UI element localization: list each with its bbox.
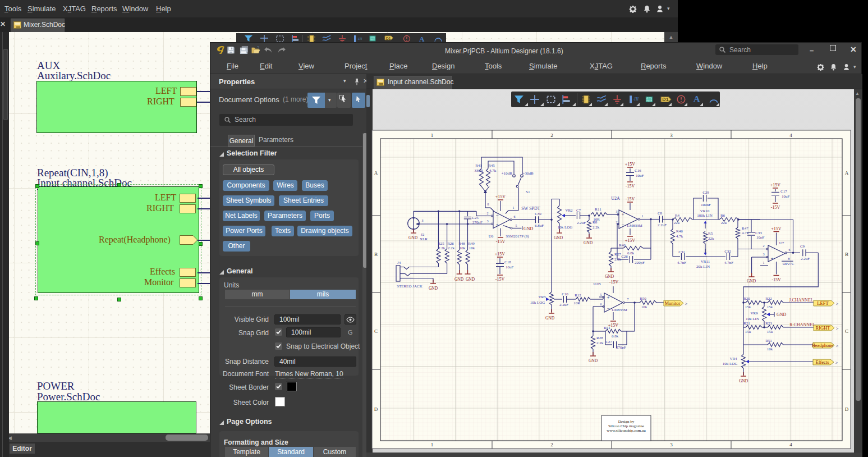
svg-text:100k LIN: 100k LIN (697, 213, 712, 218)
svg-text:-15V: -15V (496, 239, 506, 244)
svg-text:A: A (845, 170, 849, 176)
svg-text:1: 1 (513, 206, 515, 209)
svg-text:−: − (607, 305, 609, 311)
svg-text:-15V: -15V (495, 277, 505, 282)
svg-text:7: 7 (627, 298, 629, 301)
svg-text:C7: C7 (576, 208, 581, 213)
svg-text:U7: U7 (779, 241, 784, 245)
svg-text:SSM2017P (8): SSM2017P (8) (506, 234, 529, 239)
svg-text:+: + (621, 211, 624, 217)
svg-text:C25: C25 (472, 216, 479, 220)
svg-text:VR2: VR2 (565, 208, 573, 213)
svg-text:C10: C10 (562, 292, 568, 296)
svg-text:R22: R22 (765, 296, 772, 301)
svg-text:GND: GND (777, 312, 787, 317)
svg-text:+15V: +15V (495, 194, 506, 199)
svg-text:2: 2 (550, 132, 553, 138)
svg-text:R28: R28 (596, 336, 603, 340)
svg-text:R23: R23 (765, 321, 772, 326)
svg-text:4.7k: 4.7k (489, 168, 497, 173)
svg-text:10k: 10k (767, 347, 773, 351)
svg-text:>: > (685, 301, 687, 307)
svg-text:10R: 10R (593, 217, 600, 222)
svg-text:>: > (835, 360, 838, 365)
svg-text:3: 3 (763, 253, 765, 256)
svg-text:GND: GND (554, 235, 563, 240)
svg-text:B: B (374, 252, 378, 257)
svg-text:4: 4 (789, 132, 792, 138)
svg-text:3: 3 (422, 219, 424, 222)
svg-text:R27: R27 (614, 252, 621, 257)
svg-text:C32: C32 (724, 249, 731, 254)
svg-text:3: 3 (670, 442, 673, 447)
svg-text:+15V: +15V (771, 226, 782, 231)
svg-text:R47: R47 (742, 226, 748, 231)
svg-text:R25: R25 (438, 241, 444, 246)
svg-text:OP27C: OP27C (783, 262, 794, 266)
svg-text:S1: S1 (526, 190, 530, 194)
svg-text:4: 4 (789, 442, 792, 447)
svg-text:15k: 15k (745, 330, 751, 334)
svg-text:C8: C8 (658, 211, 663, 216)
svg-text:GND: GND (523, 226, 534, 231)
svg-text:C33: C33 (755, 231, 762, 235)
svg-text:10k: 10k (469, 246, 475, 250)
svg-text:+: + (770, 255, 773, 261)
svg-text:R6: R6 (720, 213, 725, 218)
svg-text:6.8uF: 6.8uF (535, 223, 544, 228)
svg-text:J4: J4 (397, 261, 401, 265)
svg-text:VR4: VR4 (729, 357, 737, 361)
svg-text:www.siliconchip.com.au: www.siliconchip.com.au (607, 428, 646, 433)
svg-text:C18: C18 (504, 260, 511, 264)
svg-text:C27: C27 (605, 340, 612, 344)
svg-text:>: > (835, 301, 838, 307)
svg-text:GND: GND (605, 274, 614, 279)
svg-text:22k: 22k (708, 236, 714, 241)
svg-text:2: 2 (616, 221, 618, 224)
svg-text:1: 1 (763, 261, 765, 264)
svg-text:-15V: -15V (626, 184, 635, 189)
svg-text:A: A (419, 35, 425, 43)
svg-text:10k LIN: 10k LIN (746, 317, 759, 321)
svg-text:−: − (621, 222, 624, 227)
svg-text:U2A: U2A (611, 196, 620, 201)
svg-text:270pF: 270pF (472, 220, 483, 225)
svg-text:10k LOG: 10k LOG (723, 362, 738, 366)
svg-text:2.2k: 2.2k (593, 225, 600, 230)
svg-text:GND: GND (584, 240, 593, 245)
svg-text:+10dB: +10dB (501, 171, 512, 176)
svg-text:R50: R50 (640, 296, 646, 301)
svg-text:A: A (374, 170, 378, 176)
svg-text:3: 3 (670, 132, 673, 138)
svg-text:15k: 15k (767, 330, 773, 334)
svg-text:C26: C26 (621, 254, 628, 259)
svg-text:GND: GND (429, 286, 438, 291)
svg-text:220pF: 220pF (635, 261, 645, 265)
svg-text:D1: D1 (662, 97, 668, 102)
svg-text:XLR: XLR (420, 237, 428, 241)
svg-text:330R: 330R (474, 168, 483, 173)
svg-text:R45: R45 (488, 163, 495, 168)
svg-text:6.8k: 6.8k (627, 251, 635, 255)
svg-text:D: D (845, 406, 849, 412)
svg-text:>: > (835, 343, 838, 349)
svg-text:8: 8 (488, 203, 489, 206)
svg-text:15k: 15k (767, 305, 773, 309)
svg-text:GND: GND (739, 378, 748, 383)
svg-text:GND: GND (466, 277, 475, 282)
svg-text:Headphone: Headphone (812, 342, 834, 348)
svg-text:6: 6 (600, 303, 602, 306)
svg-text:2.2uF: 2.2uF (559, 303, 568, 307)
svg-text:6: 6 (514, 215, 516, 218)
svg-text:+15V: +15V (625, 162, 636, 167)
svg-text:STEREO JACK: STEREO JACK (397, 284, 422, 289)
svg-text:R41: R41 (604, 326, 610, 330)
svg-text:270pF: 270pF (616, 345, 626, 350)
svg-text:C: C (374, 328, 378, 334)
svg-text:R12: R12 (575, 293, 581, 298)
svg-text:VR11: VR11 (701, 259, 710, 264)
svg-text:5: 5 (600, 293, 602, 296)
svg-text:6.8k: 6.8k (612, 334, 619, 339)
svg-text:5: 5 (516, 224, 517, 227)
svg-text:VR10: VR10 (700, 209, 710, 213)
